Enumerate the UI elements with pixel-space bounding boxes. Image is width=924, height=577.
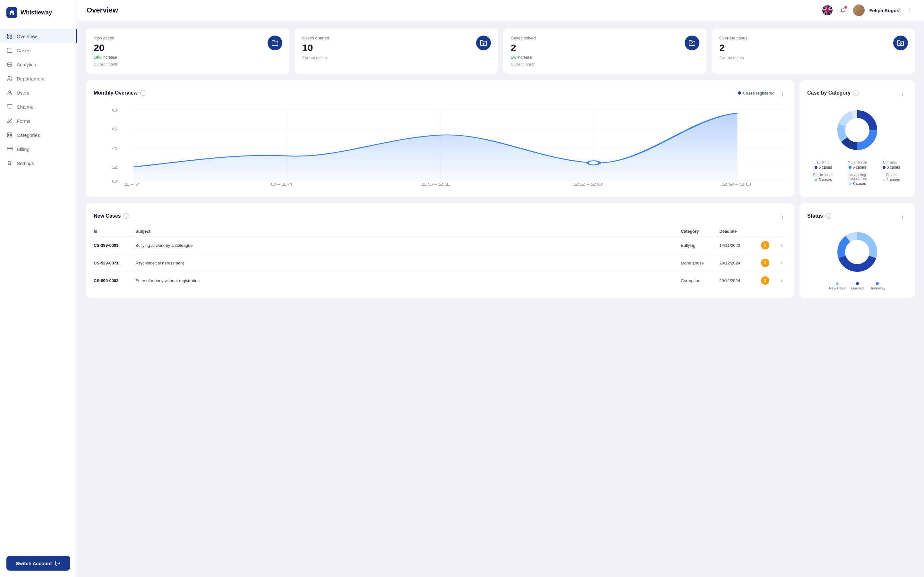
svg-point-46 xyxy=(588,161,599,165)
case-chevron-button[interactable]: › xyxy=(777,277,787,284)
svg-text:6: 6 xyxy=(111,127,118,132)
category-info-icon[interactable]: i xyxy=(853,90,859,96)
stat-icon-cases-solved xyxy=(685,35,699,50)
avatar xyxy=(853,5,865,16)
language-flag[interactable] xyxy=(822,5,833,15)
sidebar-item-overview[interactable]: Overview xyxy=(0,29,77,43)
table-row[interactable]: CS-890-0002 Entry of money without regis… xyxy=(94,272,787,289)
bullet-accounting xyxy=(849,182,851,185)
chart-title-group: Monthly Overview i xyxy=(94,90,146,96)
svg-text:8: 8 xyxy=(111,108,118,113)
bullet-bullying xyxy=(814,166,817,169)
case-chevron-button[interactable]: › xyxy=(777,260,787,266)
stat-card-cases-opened: Cases opened 10 Current month xyxy=(294,29,498,74)
stat-change: 1% increase xyxy=(511,55,699,60)
stat-label: New cases xyxy=(94,35,282,40)
new-cases-more-button[interactable]: ⋮ xyxy=(778,211,787,221)
legend-underway: Underway xyxy=(869,282,885,290)
svg-text:2: 2 xyxy=(111,165,118,170)
svg-text:1-7: 1-7 xyxy=(124,182,141,187)
sidebar-item-analytics[interactable]: Analytics xyxy=(0,57,77,71)
main-content: Overview xyxy=(77,0,924,577)
case-chevron-button[interactable]: › xyxy=(777,242,787,248)
sidebar-item-categories[interactable]: Categories xyxy=(0,128,77,142)
legend-dot xyxy=(738,91,741,95)
monthly-overview-card: Monthly Overview i Cases registered ⋮ xyxy=(86,80,795,197)
svg-text:29-30: 29-30 xyxy=(721,182,752,187)
sidebar: Whistleway Overview Cases Analytics Depa… xyxy=(0,0,77,577)
case-id: CS-890-0002 xyxy=(94,278,136,283)
bullet-public-health xyxy=(814,179,817,181)
avatar-image xyxy=(853,5,865,16)
case-deadline: 29/12/2024 xyxy=(719,278,761,283)
billing-icon xyxy=(6,146,13,152)
case-badge: 2 xyxy=(761,276,769,285)
bullet-others xyxy=(883,179,885,181)
stat-label: Cases solved xyxy=(511,35,699,40)
app-name: Whistleway xyxy=(21,9,52,16)
table-row[interactable]: CS-529-0071 Psychological harassment Mor… xyxy=(94,254,787,272)
column-headers: Id Subject Category Deadline xyxy=(94,226,787,237)
monthly-more-button[interactable]: ⋮ xyxy=(778,88,787,98)
status-more-button[interactable]: ⋮ xyxy=(898,211,907,221)
sidebar-item-billing[interactable]: Billing xyxy=(0,142,77,156)
status-svg xyxy=(832,226,883,277)
sidebar-nav: Overview Cases Analytics Departament Use… xyxy=(0,25,77,550)
sidebar-item-cases[interactable]: Cases xyxy=(0,43,77,57)
status-legend: New Case Opened Underway xyxy=(829,282,885,290)
notification-dot xyxy=(845,6,847,9)
new-cases-title: New Cases xyxy=(94,213,121,219)
stats-row: New cases 20 10% increase Current month … xyxy=(86,29,915,74)
notification-button[interactable] xyxy=(837,5,849,16)
category-chart-title: Case by Category xyxy=(807,90,851,96)
sidebar-item-forms[interactable]: Forms xyxy=(0,114,77,128)
svg-rect-3 xyxy=(7,37,9,39)
col-subject: Subject xyxy=(136,229,681,234)
stat-change: 10% increase xyxy=(94,55,282,60)
svg-rect-13 xyxy=(7,147,13,151)
stat-label: Cases opened xyxy=(302,35,490,40)
donut-chart: Bullying 5 cases Moral abuse 5 cases xyxy=(807,105,907,186)
sidebar-item-channel[interactable]: Channel xyxy=(0,100,77,114)
new-cases-info-icon[interactable]: i xyxy=(124,213,129,219)
svg-rect-2 xyxy=(10,34,12,35)
bullet-corruption xyxy=(883,166,885,169)
monthly-chart-header: Monthly Overview i Cases registered ⋮ xyxy=(94,88,787,98)
case-deadline: 29/12/2024 xyxy=(719,261,761,266)
col-category: Category xyxy=(681,229,719,234)
svg-rect-11 xyxy=(7,135,9,137)
channel-icon xyxy=(6,103,13,110)
svg-point-6 xyxy=(8,76,10,78)
logo-icon xyxy=(6,7,17,18)
departament-icon xyxy=(6,75,13,82)
stat-value: 2 xyxy=(719,42,907,53)
status-donut: New Case Opened Underway xyxy=(807,226,907,290)
sidebar-item-label: Channel xyxy=(17,104,35,110)
monthly-chart-svg: 8 6 4 2 0 xyxy=(94,105,787,189)
sidebar-item-label: Categories xyxy=(17,132,40,138)
svg-point-0 xyxy=(11,10,13,11)
stat-icon-new-cases xyxy=(268,35,282,50)
col-id: Id xyxy=(94,229,136,234)
status-info-icon[interactable]: i xyxy=(825,213,831,219)
table-row[interactable]: CS-289-0001 Bullying at work by a collea… xyxy=(94,237,787,254)
legend-item-corruption: Corruption 3 cases xyxy=(875,160,907,169)
svg-point-7 xyxy=(9,91,11,93)
monthly-info-icon[interactable]: i xyxy=(140,90,146,96)
header-more-button[interactable]: ⋮ xyxy=(905,5,914,15)
cases-icon xyxy=(6,47,13,53)
bullet-opened xyxy=(856,282,859,285)
category-more-button[interactable]: ⋮ xyxy=(898,88,907,98)
bullet-moral-abuse xyxy=(849,166,851,169)
sidebar-item-settings[interactable]: Settings xyxy=(0,156,77,170)
sidebar-item-label: Forms xyxy=(17,118,31,124)
settings-icon xyxy=(6,160,13,166)
sidebar-item-departament[interactable]: Departament xyxy=(0,71,77,85)
col-action xyxy=(777,229,787,234)
legend-item-public-health: Public health 3 cases xyxy=(807,173,839,186)
sidebar-item-users[interactable]: Users xyxy=(0,85,77,100)
stat-value: 10 xyxy=(302,42,490,53)
sidebar-item-label: Billing xyxy=(17,147,29,152)
logo-area: Whistleway xyxy=(0,0,77,25)
switch-account-button[interactable]: Switch Account xyxy=(6,556,70,571)
